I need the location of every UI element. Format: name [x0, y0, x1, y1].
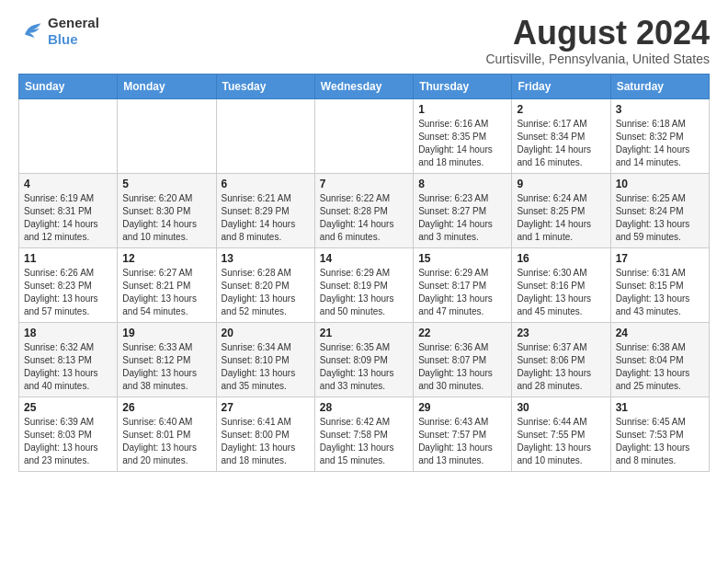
day-number: 21: [320, 327, 408, 339]
day-cell: 20Sunrise: 6:34 AM Sunset: 8:10 PM Dayli…: [216, 322, 314, 396]
day-cell: 22Sunrise: 6:36 AM Sunset: 8:07 PM Dayli…: [414, 322, 512, 396]
day-info: Sunrise: 6:34 AM Sunset: 8:10 PM Dayligh…: [222, 341, 310, 393]
day-number: 29: [418, 401, 506, 414]
day-cell: 9Sunrise: 6:24 AM Sunset: 8:25 PM Daylig…: [512, 173, 610, 247]
day-number: 17: [616, 252, 704, 265]
day-number: 13: [222, 252, 310, 265]
day-info: Sunrise: 6:44 AM Sunset: 7:55 PM Dayligh…: [517, 416, 605, 467]
day-cell: 24Sunrise: 6:38 AM Sunset: 8:04 PM Dayli…: [610, 322, 709, 396]
day-info: Sunrise: 6:45 AM Sunset: 7:53 PM Dayligh…: [616, 416, 704, 467]
day-number: 24: [616, 327, 704, 339]
day-cell: 4Sunrise: 6:19 AM Sunset: 8:31 PM Daylig…: [19, 173, 118, 247]
day-info: Sunrise: 6:31 AM Sunset: 8:15 PM Dayligh…: [616, 267, 704, 318]
day-number: 2: [517, 103, 605, 116]
day-info: Sunrise: 6:30 AM Sunset: 8:16 PM Dayligh…: [517, 267, 605, 318]
day-number: 31: [616, 401, 704, 414]
logo-text: General Blue: [48, 15, 99, 48]
day-cell: 29Sunrise: 6:43 AM Sunset: 7:57 PM Dayli…: [414, 396, 512, 471]
day-info: Sunrise: 6:28 AM Sunset: 8:20 PM Dayligh…: [222, 267, 310, 318]
day-info: Sunrise: 6:18 AM Sunset: 8:32 PM Dayligh…: [616, 118, 704, 169]
day-number: 15: [418, 252, 506, 265]
day-cell: 14Sunrise: 6:29 AM Sunset: 8:19 PM Dayli…: [314, 247, 413, 322]
day-cell: 15Sunrise: 6:29 AM Sunset: 8:17 PM Dayli…: [414, 247, 512, 322]
day-info: Sunrise: 6:26 AM Sunset: 8:23 PM Dayligh…: [24, 267, 112, 318]
page-header: General Blue August 2024 Curtisville, Pe…: [18, 15, 710, 66]
day-info: Sunrise: 6:19 AM Sunset: 8:31 PM Dayligh…: [24, 192, 112, 244]
day-cell: 17Sunrise: 6:31 AM Sunset: 8:15 PM Dayli…: [610, 247, 709, 322]
day-info: Sunrise: 6:36 AM Sunset: 8:07 PM Dayligh…: [418, 341, 506, 393]
day-number: 11: [24, 252, 112, 265]
day-info: Sunrise: 6:33 AM Sunset: 8:12 PM Dayligh…: [122, 341, 210, 393]
header-tuesday: Tuesday: [216, 74, 314, 98]
header-thursday: Thursday: [414, 74, 512, 98]
day-info: Sunrise: 6:37 AM Sunset: 8:06 PM Dayligh…: [517, 341, 605, 393]
day-cell: 6Sunrise: 6:21 AM Sunset: 8:29 PM Daylig…: [216, 173, 314, 247]
day-info: Sunrise: 6:25 AM Sunset: 8:24 PM Dayligh…: [616, 192, 704, 244]
logo: General Blue: [18, 15, 99, 48]
day-cell: [118, 98, 216, 173]
day-cell: 18Sunrise: 6:32 AM Sunset: 8:13 PM Dayli…: [19, 322, 118, 396]
day-cell: 12Sunrise: 6:27 AM Sunset: 8:21 PM Dayli…: [118, 247, 216, 322]
day-info: Sunrise: 6:24 AM Sunset: 8:25 PM Dayligh…: [517, 192, 605, 244]
header-saturday: Saturday: [610, 74, 709, 98]
day-number: 26: [122, 401, 210, 414]
header-friday: Friday: [512, 74, 610, 98]
day-cell: 30Sunrise: 6:44 AM Sunset: 7:55 PM Dayli…: [512, 396, 610, 471]
day-number: 12: [122, 252, 210, 265]
day-info: Sunrise: 6:16 AM Sunset: 8:35 PM Dayligh…: [418, 118, 506, 169]
day-info: Sunrise: 6:21 AM Sunset: 8:29 PM Dayligh…: [222, 192, 310, 244]
day-cell: 8Sunrise: 6:23 AM Sunset: 8:27 PM Daylig…: [414, 173, 512, 247]
day-info: Sunrise: 6:42 AM Sunset: 7:58 PM Dayligh…: [320, 416, 408, 467]
day-number: 6: [222, 178, 310, 190]
day-number: 18: [24, 327, 112, 339]
day-info: Sunrise: 6:43 AM Sunset: 7:57 PM Dayligh…: [418, 416, 506, 467]
day-cell: 11Sunrise: 6:26 AM Sunset: 8:23 PM Dayli…: [19, 247, 118, 322]
calendar-table: SundayMondayTuesdayWednesdayThursdayFrid…: [18, 74, 710, 472]
month-title: August 2024: [485, 15, 710, 52]
day-number: 9: [517, 178, 605, 190]
day-cell: 1Sunrise: 6:16 AM Sunset: 8:35 PM Daylig…: [414, 98, 512, 173]
day-number: 27: [222, 401, 310, 414]
day-info: Sunrise: 6:29 AM Sunset: 8:19 PM Dayligh…: [320, 267, 408, 318]
header-wednesday: Wednesday: [314, 74, 413, 98]
day-number: 28: [320, 401, 408, 414]
day-info: Sunrise: 6:23 AM Sunset: 8:27 PM Dayligh…: [418, 192, 506, 244]
day-number: 23: [517, 327, 605, 339]
week-row-5: 25Sunrise: 6:39 AM Sunset: 8:03 PM Dayli…: [19, 396, 710, 471]
week-row-4: 18Sunrise: 6:32 AM Sunset: 8:13 PM Dayli…: [19, 322, 710, 396]
day-info: Sunrise: 6:22 AM Sunset: 8:28 PM Dayligh…: [320, 192, 408, 244]
day-info: Sunrise: 6:39 AM Sunset: 8:03 PM Dayligh…: [24, 416, 112, 467]
day-info: Sunrise: 6:41 AM Sunset: 8:00 PM Dayligh…: [222, 416, 310, 467]
header-sunday: Sunday: [19, 74, 118, 98]
day-number: 3: [616, 103, 704, 116]
day-number: 22: [418, 327, 506, 339]
day-number: 1: [418, 103, 506, 116]
day-cell: [216, 98, 314, 173]
day-cell: 19Sunrise: 6:33 AM Sunset: 8:12 PM Dayli…: [118, 322, 216, 396]
week-row-2: 4Sunrise: 6:19 AM Sunset: 8:31 PM Daylig…: [19, 173, 710, 247]
day-cell: [314, 98, 413, 173]
day-number: 25: [24, 401, 112, 414]
day-info: Sunrise: 6:32 AM Sunset: 8:13 PM Dayligh…: [24, 341, 112, 393]
title-block: August 2024 Curtisville, Pennsylvania, U…: [485, 15, 710, 66]
day-info: Sunrise: 6:35 AM Sunset: 8:09 PM Dayligh…: [320, 341, 408, 393]
day-cell: 7Sunrise: 6:22 AM Sunset: 8:28 PM Daylig…: [314, 173, 413, 247]
day-cell: 28Sunrise: 6:42 AM Sunset: 7:58 PM Dayli…: [314, 396, 413, 471]
day-info: Sunrise: 6:38 AM Sunset: 8:04 PM Dayligh…: [616, 341, 704, 393]
day-info: Sunrise: 6:20 AM Sunset: 8:30 PM Dayligh…: [122, 192, 210, 244]
location-subtitle: Curtisville, Pennsylvania, United States: [485, 52, 710, 66]
day-number: 19: [122, 327, 210, 339]
day-number: 4: [24, 178, 112, 190]
day-number: 5: [122, 178, 210, 190]
day-cell: 31Sunrise: 6:45 AM Sunset: 7:53 PM Dayli…: [610, 396, 709, 471]
day-number: 8: [418, 178, 506, 190]
day-cell: 16Sunrise: 6:30 AM Sunset: 8:16 PM Dayli…: [512, 247, 610, 322]
day-info: Sunrise: 6:27 AM Sunset: 8:21 PM Dayligh…: [122, 267, 210, 318]
day-info: Sunrise: 6:29 AM Sunset: 8:17 PM Dayligh…: [418, 267, 506, 318]
day-cell: 26Sunrise: 6:40 AM Sunset: 8:01 PM Dayli…: [118, 396, 216, 471]
calendar-body: 1Sunrise: 6:16 AM Sunset: 8:35 PM Daylig…: [19, 98, 710, 471]
day-number: 20: [222, 327, 310, 339]
day-cell: 23Sunrise: 6:37 AM Sunset: 8:06 PM Dayli…: [512, 322, 610, 396]
day-cell: 25Sunrise: 6:39 AM Sunset: 8:03 PM Dayli…: [19, 396, 118, 471]
week-row-1: 1Sunrise: 6:16 AM Sunset: 8:35 PM Daylig…: [19, 98, 710, 173]
